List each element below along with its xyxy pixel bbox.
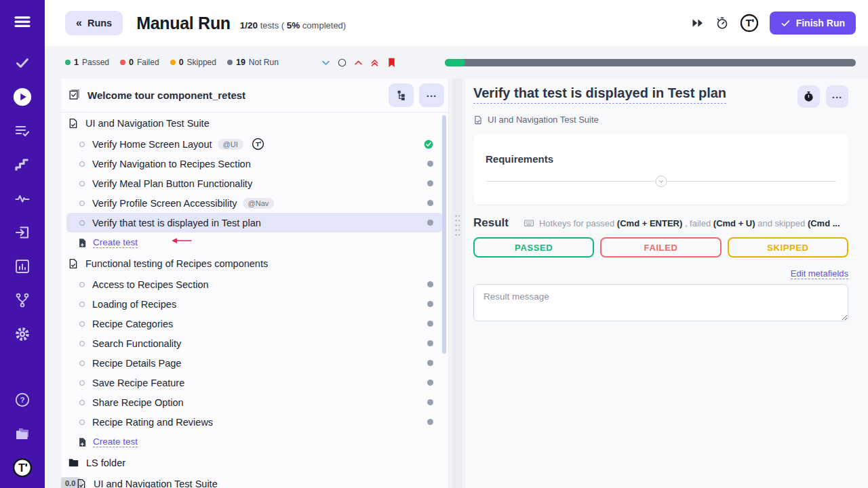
tree-more-button[interactable]: ... bbox=[419, 83, 444, 107]
test-label: Loading of Recipes bbox=[92, 299, 176, 310]
finish-run-button[interactable]: Finish Run bbox=[770, 12, 856, 35]
file-plus-icon bbox=[77, 437, 87, 447]
run-checklist-icon bbox=[68, 89, 81, 102]
status-band: 1Passed0Failed0Skipped19Not Run bbox=[45, 46, 868, 79]
retry-timer-icon[interactable] bbox=[715, 16, 729, 30]
testomat-logo-icon[interactable] bbox=[740, 14, 759, 33]
tree-test-row[interactable]: Recipe Categories bbox=[61, 314, 448, 333]
status-dot-icon bbox=[170, 60, 176, 65]
tree-test-row[interactable]: Save Recipe Feature bbox=[61, 373, 448, 392]
tree-panel-header: Welcome tour component_retest ... bbox=[61, 79, 448, 113]
test-tag-badge: @UI bbox=[218, 139, 243, 150]
test-bullet-icon bbox=[79, 141, 85, 148]
status-notrun-icon bbox=[427, 301, 433, 307]
tree-test-row[interactable]: Loading of Recipes bbox=[61, 294, 448, 314]
suite-label: Functional testing of Recipes components bbox=[85, 258, 268, 269]
bookmark-icon[interactable] bbox=[386, 57, 397, 68]
file-check-icon bbox=[473, 115, 483, 125]
status-notrun-icon bbox=[427, 161, 433, 167]
run-progress-bar[interactable] bbox=[445, 59, 856, 66]
tree-test-row[interactable]: Search Functionality bbox=[61, 333, 448, 353]
tree-folder-row[interactable]: LS folder bbox=[61, 452, 448, 473]
tree-test-row[interactable]: Verify that test is displayed in Test pl… bbox=[66, 213, 443, 232]
tree-suite-row[interactable]: Functional testing of Recipes components bbox=[61, 253, 448, 274]
list-check-icon[interactable] bbox=[7, 116, 37, 146]
requirements-heading: Requirements bbox=[486, 153, 836, 165]
tree-test-row[interactable]: Verify Home Screen Layout@UI bbox=[61, 134, 448, 154]
suite-label: UI and Navigation Test Suite bbox=[85, 118, 210, 129]
test-title[interactable]: Verify that test is displayed in Test pl… bbox=[473, 85, 726, 104]
result-skipped-button[interactable]: SKIPPED bbox=[728, 237, 848, 258]
suite-breadcrumb[interactable]: UI and Navigation Test Suite bbox=[473, 115, 848, 125]
result-passed-button[interactable]: PASSED bbox=[473, 237, 594, 258]
circle-icon[interactable] bbox=[337, 58, 347, 68]
git-branch-icon[interactable] bbox=[7, 285, 37, 315]
test-bullet-icon bbox=[79, 399, 85, 406]
test-label: Save Recipe Feature bbox=[92, 378, 184, 388]
hotkey-segment: , failed bbox=[682, 218, 713, 228]
detail-more-button[interactable]: ... bbox=[826, 85, 848, 108]
testomat-logo-icon[interactable] bbox=[7, 453, 37, 483]
requirements-expand-toggle[interactable] bbox=[655, 176, 667, 187]
hotkey-segment: (Cmd + U) bbox=[713, 218, 755, 228]
tree-hierarchy-icon bbox=[395, 89, 407, 101]
bar-chart-icon[interactable] bbox=[7, 251, 37, 281]
back-to-runs-button[interactable]: « Runs bbox=[65, 11, 123, 35]
test-label: Recipe Rating and Reviews bbox=[92, 417, 213, 428]
test-label: Recipe Details Page bbox=[92, 358, 181, 369]
play-circle-icon[interactable] bbox=[7, 82, 37, 112]
steps-icon[interactable] bbox=[7, 150, 37, 180]
test-label: Search Functionality bbox=[92, 338, 181, 349]
stat-label: Not Run bbox=[249, 58, 279, 67]
status-dot-icon bbox=[120, 60, 125, 65]
file-check-icon bbox=[76, 479, 87, 488]
chevron-down-icon[interactable] bbox=[321, 58, 331, 68]
chevron-up-icon[interactable] bbox=[353, 58, 363, 68]
tree-scrollbar-thumb[interactable] bbox=[442, 115, 446, 354]
help-icon[interactable] bbox=[7, 385, 37, 415]
edit-metafields-link[interactable]: Edit metafields bbox=[791, 268, 848, 279]
test-bullet-icon bbox=[79, 321, 85, 327]
result-failed-button[interactable]: FAILED bbox=[600, 237, 721, 258]
create-test-link[interactable]: Create test bbox=[93, 436, 138, 447]
chevrons-up-icon[interactable] bbox=[370, 58, 380, 68]
tree-suite-row[interactable]: 0.0UI and Navigation Test Suite bbox=[61, 473, 448, 488]
menu-icon[interactable] bbox=[7, 7, 37, 37]
tree-test-row[interactable]: Access to Recipes Section bbox=[61, 274, 448, 294]
tree-view-button[interactable] bbox=[389, 83, 414, 107]
test-bullet-icon bbox=[79, 301, 85, 308]
sign-in-icon[interactable] bbox=[7, 218, 37, 247]
test-label: Recipe Categories bbox=[92, 319, 173, 329]
stopwatch-icon bbox=[803, 91, 814, 102]
timer-button[interactable] bbox=[797, 85, 820, 108]
check-icon[interactable] bbox=[7, 48, 37, 78]
panel-resize-handle[interactable] bbox=[452, 79, 462, 488]
stat-count: 0 bbox=[129, 58, 134, 67]
tree-test-row[interactable]: Recipe Rating and Reviews bbox=[61, 412, 448, 432]
fast-forward-icon[interactable] bbox=[691, 16, 705, 30]
tree-test-row[interactable]: Verify Navigation to Recipes Section bbox=[61, 154, 448, 174]
test-label: Share Recipe Option bbox=[92, 397, 184, 408]
keyboard-icon bbox=[524, 218, 534, 228]
stat-count: 0 bbox=[179, 58, 184, 67]
status-notrun-icon bbox=[427, 419, 433, 425]
status-notrun-icon bbox=[427, 180, 433, 186]
hotkey-segment: (Cmd ... bbox=[808, 218, 840, 228]
run-title: Manual Run bbox=[136, 14, 231, 33]
status-notrun-icon bbox=[427, 399, 433, 405]
hotkey-segment: (Cmd + ENTER) bbox=[617, 218, 682, 228]
tree-test-row[interactable]: Verify Meal Plan Button Functionality bbox=[61, 174, 448, 193]
tree-suite-row[interactable]: UI and Navigation Test Suite bbox=[61, 113, 448, 134]
tree-test-row[interactable]: Recipe Details Page bbox=[61, 353, 448, 373]
test-label: Verify that test is displayed in Test pl… bbox=[92, 218, 261, 228]
folders-icon[interactable] bbox=[7, 419, 37, 449]
gear-icon[interactable] bbox=[7, 319, 37, 349]
drag-dots-icon bbox=[454, 214, 460, 238]
create-test-link[interactable]: Create test bbox=[93, 237, 138, 248]
activity-icon[interactable] bbox=[7, 184, 37, 214]
result-message-input[interactable] bbox=[473, 284, 848, 321]
tree-test-row[interactable]: Share Recipe Option bbox=[61, 392, 448, 412]
tree-test-row[interactable]: Verify Profile Screen Accessibility@Nav bbox=[61, 193, 448, 213]
test-label: Verify Navigation to Recipes Section bbox=[92, 159, 251, 169]
test-tag-badge: @Nav bbox=[243, 198, 275, 209]
